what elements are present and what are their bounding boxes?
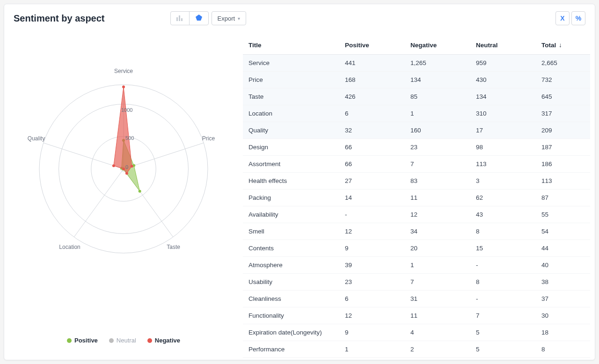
close-icon: X bbox=[560, 15, 564, 22]
legend-positive[interactable]: Positive bbox=[67, 337, 98, 344]
cell-positive: 6 bbox=[341, 291, 407, 307]
table-row[interactable]: Performance1258 bbox=[243, 341, 590, 358]
table-row[interactable]: Expiration date(Longevity)94518 bbox=[243, 324, 590, 341]
dot-icon bbox=[109, 338, 114, 343]
svg-point-24 bbox=[112, 164, 115, 167]
table-row[interactable]: Packing14116287 bbox=[243, 189, 590, 206]
chart-type-toolbar: Export ▾ bbox=[170, 11, 247, 25]
col-neutral[interactable]: Neutral bbox=[472, 37, 538, 55]
table-row[interactable]: Atmosphere391-40 bbox=[243, 257, 590, 274]
table-row[interactable]: Price168134430732 bbox=[243, 72, 590, 88]
cell-negative: 160 bbox=[407, 122, 472, 139]
axis-label: Service bbox=[110, 68, 138, 74]
tick-500: 500 bbox=[125, 135, 134, 141]
cell-title: Functionality bbox=[243, 307, 341, 324]
cell-total: 40 bbox=[538, 257, 590, 274]
cell-positive: 1 bbox=[341, 341, 407, 358]
col-negative[interactable]: Negative bbox=[407, 37, 472, 55]
table-row[interactable]: Functionality1211730 bbox=[243, 307, 590, 324]
svg-line-12 bbox=[44, 143, 124, 169]
percent-button[interactable]: % bbox=[571, 11, 585, 25]
cell-negative: 134 bbox=[407, 72, 472, 88]
svg-line-11 bbox=[74, 169, 124, 237]
svg-marker-3 bbox=[196, 15, 202, 21]
cell-neutral: 134 bbox=[472, 88, 538, 105]
cell-total: 54 bbox=[538, 223, 590, 240]
chart-type-toggle bbox=[170, 11, 209, 25]
svg-point-23 bbox=[122, 167, 125, 170]
cell-negative: 20 bbox=[407, 240, 472, 257]
cell-negative: 7 bbox=[407, 156, 472, 173]
dot-icon bbox=[67, 338, 72, 343]
table-row[interactable]: Quality3216017209 bbox=[243, 122, 590, 139]
cell-neutral: 43 bbox=[472, 206, 538, 223]
cell-neutral: 15 bbox=[472, 240, 538, 257]
cell-title: Design bbox=[243, 139, 341, 156]
cell-title: Quality bbox=[243, 122, 341, 139]
cell-positive: 426 bbox=[341, 88, 407, 105]
cell-total: 18 bbox=[538, 324, 590, 341]
cell-negative: 1 bbox=[407, 257, 472, 274]
table-pane: Title Positive Negative Neutral Total ↓ … bbox=[243, 29, 595, 360]
cell-total: 187 bbox=[538, 139, 590, 156]
axis-label: Price bbox=[202, 135, 230, 142]
cell-total: 317 bbox=[538, 105, 590, 122]
cell-neutral: 98 bbox=[472, 139, 538, 156]
cell-title: Packing bbox=[243, 189, 341, 206]
cell-title: Smell bbox=[243, 223, 341, 240]
table-row[interactable]: Taste42685134645 bbox=[243, 88, 590, 105]
cell-neutral: 310 bbox=[472, 105, 538, 122]
close-button[interactable]: X bbox=[555, 11, 570, 25]
svg-line-9 bbox=[124, 143, 204, 169]
cell-total: 645 bbox=[538, 88, 590, 105]
cell-total: 44 bbox=[538, 240, 590, 257]
col-positive[interactable]: Positive bbox=[341, 37, 407, 55]
cell-title: Health effects bbox=[243, 173, 341, 189]
table-row[interactable]: Assortment667113186 bbox=[243, 156, 590, 173]
legend-negative[interactable]: Negative bbox=[147, 337, 180, 344]
cell-title: Assortment bbox=[243, 156, 341, 173]
cell-positive: 12 bbox=[341, 223, 407, 240]
radar-svg bbox=[16, 71, 231, 286]
table-row[interactable]: Health effects27833113 bbox=[243, 173, 590, 189]
radar-chart-toggle[interactable] bbox=[190, 12, 208, 25]
cell-title: Performance bbox=[243, 341, 341, 358]
cell-total: 30 bbox=[538, 307, 590, 324]
cell-total: 209 bbox=[538, 122, 590, 139]
cell-positive: 9 bbox=[341, 324, 407, 341]
table-row[interactable]: Contents9201544 bbox=[243, 240, 590, 257]
col-title[interactable]: Title bbox=[243, 37, 341, 55]
tick-0: 0 bbox=[125, 164, 128, 170]
table-row[interactable]: Design662398187 bbox=[243, 139, 590, 156]
cell-negative: 12 bbox=[407, 206, 472, 223]
cell-total: 38 bbox=[538, 274, 590, 291]
svg-point-20 bbox=[122, 86, 125, 88]
cell-positive: 39 bbox=[341, 257, 407, 274]
cell-positive: 14 bbox=[341, 189, 407, 206]
cell-total: 186 bbox=[538, 156, 590, 173]
table-row[interactable]: Cleanliness631-37 bbox=[243, 291, 590, 307]
table-header-row: Title Positive Negative Neutral Total ↓ bbox=[243, 37, 590, 55]
cell-positive: 27 bbox=[341, 173, 407, 189]
cell-negative: 11 bbox=[407, 189, 472, 206]
table-row[interactable]: Availability-124355 bbox=[243, 206, 590, 223]
table-row[interactable]: Usability237838 bbox=[243, 274, 590, 291]
table-row[interactable]: Location61310317 bbox=[243, 105, 590, 122]
cell-title: Contents bbox=[243, 240, 341, 257]
chart-pane: ServicePriceTasteLocationQuality 0 500 1… bbox=[4, 29, 243, 360]
legend-negative-label: Negative bbox=[155, 337, 180, 344]
cell-positive: 66 bbox=[341, 139, 407, 156]
legend-neutral[interactable]: Neutral bbox=[109, 337, 136, 344]
col-total[interactable]: Total ↓ bbox=[538, 37, 590, 55]
cell-title: Expiration date(Longevity) bbox=[243, 324, 341, 341]
chevron-down-icon: ▾ bbox=[238, 16, 240, 21]
bar-chart-toggle[interactable] bbox=[171, 12, 190, 25]
table-row[interactable]: Service4411,2659592,665 bbox=[243, 55, 590, 72]
cell-title: Atmosphere bbox=[243, 257, 341, 274]
cell-positive: 441 bbox=[341, 55, 407, 72]
cell-total: 37 bbox=[538, 291, 590, 307]
cell-title: Availability bbox=[243, 206, 341, 223]
sort-desc-icon: ↓ bbox=[559, 42, 562, 49]
export-button[interactable]: Export ▾ bbox=[212, 11, 247, 25]
table-row[interactable]: Smell1234854 bbox=[243, 223, 590, 240]
